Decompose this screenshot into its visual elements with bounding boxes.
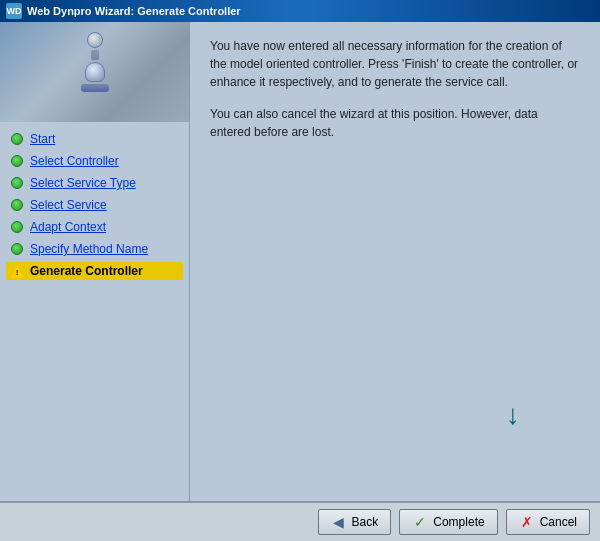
title-bar-text: Web Dynpro Wizard: Generate Controller: [27, 5, 241, 17]
nav-item-select-service[interactable]: Select Service: [6, 196, 183, 214]
left-panel: Start Select Controller Select Service T…: [0, 22, 190, 501]
title-bar: WD Web Dynpro Wizard: Generate Controlle…: [0, 0, 600, 22]
arrow-decoration: ↓: [506, 401, 520, 429]
nav-icon-adapt-context: [10, 220, 24, 234]
nav-icon-select-service: [10, 198, 24, 212]
dialog: Start Select Controller Select Service T…: [0, 22, 600, 541]
wizard-nav: Start Select Controller Select Service T…: [0, 122, 189, 288]
nav-item-generate-controller[interactable]: Generate Controller: [6, 262, 183, 280]
chess-piece-decoration: [80, 32, 110, 102]
nav-icon-select-service-type: [10, 176, 24, 190]
back-button[interactable]: ◀ Back: [318, 509, 392, 535]
right-panel: You have now entered all necessary infor…: [190, 22, 600, 501]
nav-item-start[interactable]: Start: [6, 130, 183, 148]
nav-item-specify-method-name[interactable]: Specify Method Name: [6, 240, 183, 258]
nav-icon-start: [10, 132, 24, 146]
nav-icon-select-controller: [10, 154, 24, 168]
nav-icon-specify-method-name: [10, 242, 24, 256]
complete-button[interactable]: ✓ Complete: [399, 509, 497, 535]
complete-icon: ✓: [412, 514, 428, 530]
content-area: Start Select Controller Select Service T…: [0, 22, 600, 501]
right-panel-paragraph2: You can also cancel the wizard at this p…: [210, 105, 580, 141]
bottom-bar: ◀ Back ✓ Complete ✗ Cancel: [0, 501, 600, 541]
nav-item-adapt-context[interactable]: Adapt Context: [6, 218, 183, 236]
nav-item-select-controller[interactable]: Select Controller: [6, 152, 183, 170]
nav-icon-warning-generate: [10, 264, 24, 278]
cancel-icon: ✗: [519, 514, 535, 530]
nav-item-select-service-type[interactable]: Select Service Type: [6, 174, 183, 192]
right-panel-paragraph1: You have now entered all necessary infor…: [210, 37, 580, 91]
back-icon: ◀: [331, 514, 347, 530]
cancel-button[interactable]: ✗ Cancel: [506, 509, 590, 535]
title-bar-icon: WD: [6, 3, 22, 19]
wizard-image: [0, 22, 190, 122]
